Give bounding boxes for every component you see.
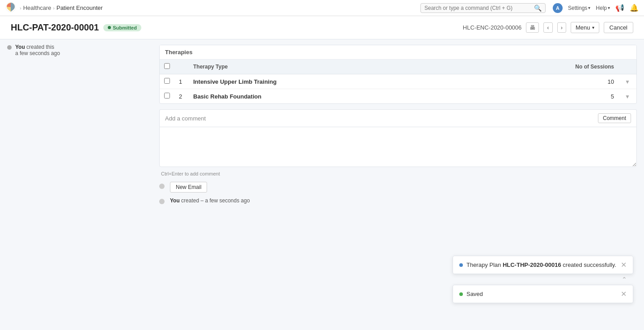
table-row: 1 Intensive Upper Limb Training 10 ▼ (160, 74, 636, 89)
row-sessions: 10 (472, 74, 619, 89)
toast-between-collapse: ⌃ (453, 276, 633, 283)
therapies-section: Therapies Therapy Type No of Sessions (159, 45, 637, 104)
prev-button[interactable]: ‹ (543, 22, 552, 33)
sidebar-timeline-text: You created this a few seconds ago (15, 44, 60, 56)
therapies-table-header-row: Therapy Type No of Sessions (160, 60, 636, 74)
activity-created-text: You created – a few seconds ago (170, 197, 250, 204)
activity-content-email: New Email (170, 182, 637, 193)
th-checkbox (160, 60, 174, 74)
th-no-of-sessions: No of Sessions (472, 60, 619, 74)
comment-placeholder-label: Add a comment (165, 115, 206, 122)
row-therapy-type: Intensive Upper Limb Training (189, 74, 472, 89)
app-logo[interactable] (5, 2, 16, 14)
activity-dot-created (159, 199, 165, 204)
toast-saved: Saved ✕ (453, 285, 633, 303)
print-button[interactable]: 🖶 (526, 22, 539, 33)
therapies-title: Therapies (160, 45, 636, 60)
status-badge: Submitted (103, 24, 141, 31)
search-input[interactable] (424, 5, 534, 11)
bell-icon[interactable]: 🔔 (630, 4, 639, 12)
row-actions: ▼ (619, 89, 636, 104)
menu-button[interactable]: Menu ▾ (571, 22, 599, 33)
help-chevron-icon: ▾ (608, 5, 610, 10)
th-therapy-type: Therapy Type (189, 60, 472, 74)
toast-therapy-id: HLC-THP-2020-00016 (503, 261, 561, 268)
activity-item-email: New Email (159, 182, 637, 193)
breadcrumb-chevron-2: › (53, 5, 55, 11)
document-header-right: HLC-ENC-2020-00006 🖶 ‹ › Menu ▾ Cancel (463, 22, 633, 33)
table-row: 2 Basic Rehab Foundation 5 ▼ (160, 89, 636, 104)
activity-dot-email (159, 184, 165, 189)
row-checkbox[interactable] (164, 78, 170, 84)
activity-content-created: You created – a few seconds ago (170, 197, 637, 204)
row-checkbox[interactable] (164, 93, 170, 99)
select-all-checkbox[interactable] (164, 63, 170, 69)
status-dot (108, 26, 111, 29)
topnav-actions: A Settings ▾ Help ▾ 📢 🔔 (553, 3, 639, 13)
settings-button[interactable]: Settings ▾ (568, 5, 590, 11)
comment-button[interactable]: Comment (598, 113, 631, 123)
row-dropdown-icon[interactable]: ▼ (625, 94, 630, 100)
announcement-icon[interactable]: 📢 (615, 4, 624, 12)
row-num: 1 (174, 74, 189, 89)
search-icon: 🔍 (534, 4, 542, 12)
toast-therapy-close[interactable]: ✕ (621, 261, 627, 269)
toast-saved-close[interactable]: ✕ (621, 290, 627, 298)
activity-section: New Email You created – a few seconds ag… (159, 182, 637, 204)
toast-saved-content: Saved (459, 291, 616, 297)
toast-therapy-plan: Therapy Plan HLC-THP-2020-00016 created … (453, 256, 633, 274)
toast-container: Therapy Plan HLC-THP-2020-00016 created … (453, 256, 633, 303)
document-header: HLC-PAT-2020-00001 Submitted HLC-ENC-202… (0, 16, 644, 39)
breadcrumb-chevron-1: › (20, 5, 21, 11)
breadcrumb-encounter[interactable]: Patient Encounter (56, 4, 102, 11)
toast-therapy-content: Therapy Plan HLC-THP-2020-00016 created … (459, 261, 616, 268)
row-actions: ▼ (619, 74, 636, 89)
th-row-num (174, 60, 189, 74)
help-button[interactable]: Help ▾ (596, 5, 610, 11)
row-dropdown-icon[interactable]: ▼ (625, 79, 630, 85)
therapies-table: Therapy Type No of Sessions 1 Intensive … (160, 60, 636, 103)
menu-chevron-icon: ▾ (592, 25, 594, 30)
settings-chevron-icon: ▾ (588, 5, 590, 10)
avatar[interactable]: A (553, 3, 563, 13)
cancel-button[interactable]: Cancel (604, 22, 633, 33)
toast-blue-dot (459, 263, 463, 267)
row-therapy-type: Basic Rehab Foundation (189, 89, 472, 104)
new-email-button[interactable]: New Email (170, 182, 207, 193)
row-sessions: 5 (472, 89, 619, 104)
therapies-table-body: 1 Intensive Upper Limb Training 10 ▼ 2 B… (160, 74, 636, 104)
next-button[interactable]: › (557, 22, 566, 33)
sidebar-timeline-dot (7, 45, 12, 50)
top-navigation: › Healthcare › Patient Encounter 🔍 A Set… (0, 0, 644, 16)
activity-item-created: You created – a few seconds ago (159, 197, 637, 204)
toast-therapy-text: Therapy Plan HLC-THP-2020-00016 created … (466, 261, 616, 268)
search-bar[interactable]: 🔍 (420, 3, 546, 13)
breadcrumb-healthcare[interactable]: Healthcare (23, 4, 51, 11)
comment-textarea[interactable] (159, 127, 637, 167)
breadcrumb: › Healthcare › Patient Encounter (20, 4, 103, 11)
row-checkbox-cell (160, 89, 174, 104)
comment-section: Add a comment Comment Ctrl+Enter to add … (159, 109, 637, 176)
sidebar: You created this a few seconds ago (0, 39, 152, 330)
toast-saved-text: Saved (466, 291, 483, 297)
comment-header: Add a comment Comment (159, 109, 637, 127)
toast-collapse-chevron-icon[interactable]: ⌃ (622, 276, 627, 283)
toast-green-dot (459, 292, 463, 296)
patient-id: HLC-PAT-2020-00001 (11, 22, 99, 33)
encounter-id: HLC-ENC-2020-00006 (463, 24, 522, 31)
th-actions (619, 60, 636, 74)
row-num: 2 (174, 89, 189, 104)
row-checkbox-cell (160, 74, 174, 89)
comment-hint: Ctrl+Enter to add comment (159, 171, 637, 176)
sidebar-timeline-item: You created this a few seconds ago (7, 44, 145, 56)
document-title-group: HLC-PAT-2020-00001 Submitted (11, 22, 141, 33)
